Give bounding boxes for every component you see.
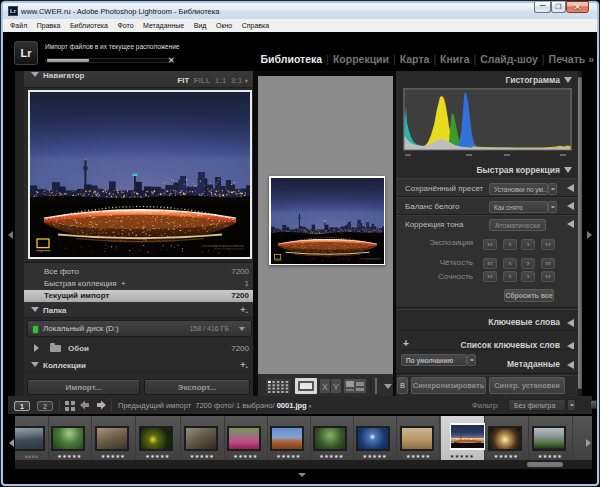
svg-text:Y: Y xyxy=(333,382,339,392)
svg-text:X: X xyxy=(322,382,328,392)
